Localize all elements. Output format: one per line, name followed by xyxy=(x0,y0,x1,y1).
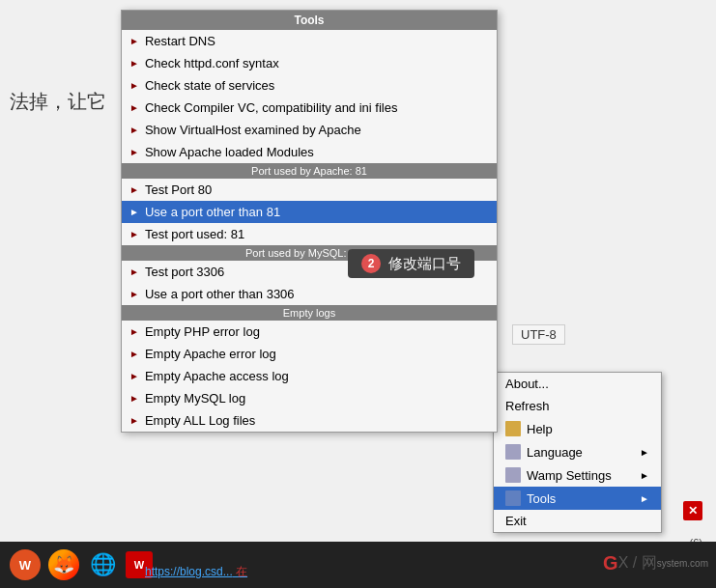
arrow-icon: ► xyxy=(129,125,139,135)
arrow-icon: ► xyxy=(129,102,139,113)
tools-menu-header: Tools xyxy=(122,11,497,30)
tools-dropdown-menu: Tools ► Restart DNS ► Check httpd.conf s… xyxy=(121,10,498,433)
menu-item-label: Restart DNS xyxy=(145,34,215,48)
taskbar-browser-icon-1[interactable]: 🦊 xyxy=(48,549,79,580)
arrow-icon: ► xyxy=(129,58,139,69)
context-menu-item-label: Exit xyxy=(505,514,527,528)
context-menu-item-label: Language xyxy=(527,445,583,460)
context-menu-item-language[interactable]: Language ► xyxy=(494,440,661,463)
arrow-icon: ► xyxy=(129,326,139,337)
menu-item-check-compiler[interactable]: ► Check Compiler VC, compatibility and i… xyxy=(122,97,497,119)
context-menu-item-refresh[interactable]: Refresh xyxy=(494,395,661,417)
context-menu-right: About... Refresh Help Language ► Wamp Se… xyxy=(493,372,662,533)
menu-item-label: Empty PHP error log xyxy=(145,324,260,339)
context-menu-item-wamp-settings[interactable]: Wamp Settings ► xyxy=(494,463,661,487)
menu-item-empty-php-error[interactable]: ► Empty PHP error log xyxy=(122,321,497,343)
arrow-icon: ► xyxy=(129,207,139,217)
tooltip-badge: 2 xyxy=(361,254,381,273)
arrow-icon: ► xyxy=(129,415,139,426)
separator-apache-port: Port used by Apache: 81 xyxy=(122,163,497,179)
submenu-arrow-icon: ► xyxy=(640,470,649,481)
tooltip-text: 修改端口号 xyxy=(388,255,461,273)
menu-item-label: Empty Apache error log xyxy=(145,347,276,361)
menu-item-check-httpd[interactable]: ► Check httpd.conf syntax xyxy=(122,52,497,74)
menu-item-label: Show Apache loaded Modules xyxy=(145,145,314,159)
context-menu-item-about[interactable]: About... xyxy=(494,373,661,395)
menu-item-label: Check Compiler VC, compatibility and ini… xyxy=(145,100,398,115)
menu-item-label: Check httpd.conf syntax xyxy=(145,56,279,70)
menu-item-check-services[interactable]: ► Check state of services xyxy=(122,74,497,97)
menu-item-test-port-80[interactable]: ► Test Port 80 xyxy=(122,179,497,201)
arrow-icon: ► xyxy=(129,393,139,404)
wamp-settings-icon xyxy=(505,467,521,483)
menu-item-label: Use a port other than 81 xyxy=(145,205,280,219)
arrow-icon: ► xyxy=(129,147,139,157)
submenu-arrow-icon: ► xyxy=(640,493,649,504)
context-menu-item-tools[interactable]: Tools ► xyxy=(494,487,661,510)
language-icon xyxy=(505,444,521,460)
menu-item-label: Show VirtualHost examined by Apache xyxy=(145,123,361,137)
menu-item-label: Test Port 80 xyxy=(145,182,212,197)
arrow-icon: ► xyxy=(129,349,139,359)
menu-item-empty-apache-access[interactable]: ► Empty Apache access log xyxy=(122,365,497,387)
menu-item-show-modules[interactable]: ► Show Apache loaded Modules xyxy=(122,141,497,163)
menu-item-label: Empty MySQL log xyxy=(145,391,245,406)
arrow-icon: ► xyxy=(129,229,139,239)
context-menu-item-label: About... xyxy=(505,377,549,391)
close-button[interactable]: ✕ xyxy=(683,501,702,520)
tooltip-bubble: 2 修改端口号 xyxy=(348,249,474,278)
menu-item-label: Test port 3306 xyxy=(145,265,224,279)
menu-item-label: Test port used: 81 xyxy=(145,227,244,241)
menu-item-show-virtualhost[interactable]: ► Show VirtualHost examined by Apache xyxy=(122,119,497,141)
utf8-label: UTF-8 xyxy=(512,324,565,345)
menu-item-label: Use a port other than 3306 xyxy=(145,287,295,301)
menu-item-empty-apache-error[interactable]: ► Empty Apache error log xyxy=(122,343,497,365)
menu-item-test-port-used-81[interactable]: ► Test port used: 81 xyxy=(122,223,497,245)
menu-item-restart-dns[interactable]: ► Restart DNS xyxy=(122,30,497,52)
context-menu-item-label: Help xyxy=(527,422,553,436)
taskbar-wamp-icon[interactable]: W xyxy=(10,549,41,580)
separator-empty-logs: Empty logs xyxy=(122,305,497,321)
tools-icon xyxy=(505,490,521,506)
help-icon xyxy=(505,421,521,436)
taskbar: W 🦊 🌐 W https://blog.csd... 在 G X / 网 sy… xyxy=(0,542,716,588)
menu-item-use-port-other-81[interactable]: ► Use a port other than 81 xyxy=(122,201,497,223)
arrow-icon: ► xyxy=(129,80,139,91)
arrow-icon: ► xyxy=(129,184,139,195)
arrow-icon: ► xyxy=(129,36,139,46)
submenu-arrow-icon: ► xyxy=(640,447,649,458)
context-menu-item-label: Tools xyxy=(527,491,556,506)
menu-item-label: Empty Apache access log xyxy=(145,369,289,383)
context-menu-item-label: Wamp Settings xyxy=(527,468,612,483)
context-menu-item-help[interactable]: Help xyxy=(494,417,661,440)
menu-item-label: Check state of services xyxy=(145,78,274,93)
menu-item-use-port-other-3306[interactable]: ► Use a port other than 3306 xyxy=(122,283,497,305)
context-menu-item-label: Refresh xyxy=(505,399,550,413)
context-menu-item-exit[interactable]: Exit xyxy=(494,510,661,532)
background-chinese-text: 法掉，让它 xyxy=(0,77,126,126)
taskbar-browser-icon-2[interactable]: 🌐 xyxy=(87,549,118,580)
taskbar-url: https://blog.csd... 在 xyxy=(145,564,247,580)
taskbar-logo: G X / 网 system.com xyxy=(595,540,716,586)
arrow-icon: ► xyxy=(129,289,139,299)
arrow-icon: ► xyxy=(129,266,139,277)
menu-item-label: Empty ALL Log files xyxy=(145,413,255,428)
menu-item-empty-mysql-log[interactable]: ► Empty MySQL log xyxy=(122,387,497,409)
menu-item-empty-all-log[interactable]: ► Empty ALL Log files xyxy=(122,409,497,432)
arrow-icon: ► xyxy=(129,371,139,381)
